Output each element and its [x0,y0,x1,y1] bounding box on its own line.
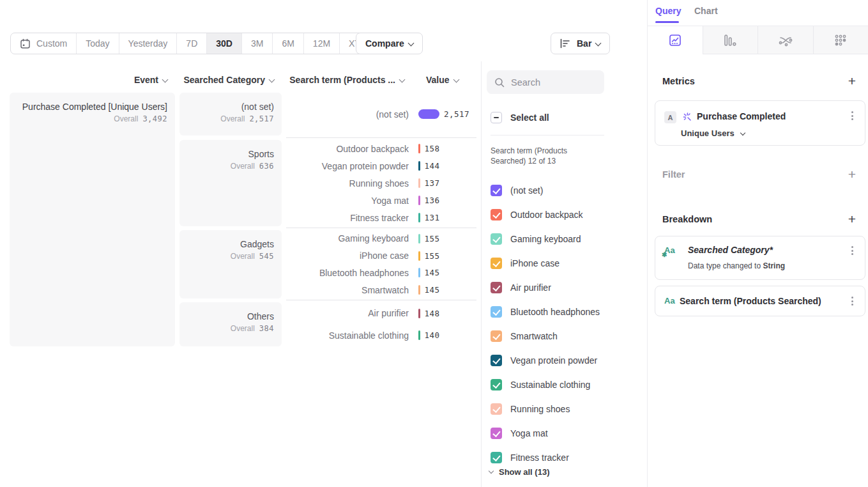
legend-divider [491,135,604,135]
breakdown-card[interactable]: Aa Search term (Products Searched) [655,286,865,316]
date-range-group: CustomTodayYesterday7D30D3M6M12MXTD [10,33,385,54]
value-text: 144 [425,161,440,171]
range-7d[interactable]: 7D [176,33,206,54]
range-30d[interactable]: 30D [206,33,241,54]
range-today[interactable]: Today [76,33,118,54]
range-6m[interactable]: 6M [272,33,303,54]
tab-retention[interactable] [813,26,868,54]
metric-menu-button[interactable] [848,111,857,120]
legend-item[interactable]: Running shoes [491,397,618,421]
show-all-button[interactable]: Show all (13) [489,467,549,477]
add-filter-button[interactable]: + [846,168,858,181]
legend-item[interactable]: Yoga mat [491,421,618,445]
query-panel-divider [647,0,648,487]
value-text: 2,517 [444,109,469,119]
series-checkbox[interactable] [491,233,502,245]
search-term-label: Outdoor backpack [286,144,409,154]
category-card[interactable]: Gadgets Overall545 [179,230,282,298]
column-header-search-term[interactable]: Search term (Products ... [275,75,404,85]
value-text: 155 [425,234,440,244]
legend-item[interactable]: iPhone case [491,251,618,275]
chart-type-button[interactable]: Bar [551,33,610,54]
tab-query[interactable]: Query [655,6,681,16]
aggregation-selector[interactable]: Unique Users [681,128,745,138]
table-row[interactable]: Fitness tracker 131 [286,209,476,226]
column-header-searched-category[interactable]: Searched Category [179,75,274,85]
range-custom[interactable]: Custom [11,33,76,54]
legend-item[interactable]: Smartwatch [491,324,618,348]
series-checkbox[interactable] [491,428,502,439]
chevron-down-icon [407,40,414,46]
category-card[interactable]: Others Overall384 [179,302,282,346]
series-label: iPhone case [510,258,560,268]
table-row[interactable]: Gaming keyboard 155 [286,230,476,247]
category-card[interactable]: (not set) Overall2,517 [179,93,282,135]
event-card[interactable]: Purchase Completed [Unique Users] Overal… [10,93,175,346]
legend-item[interactable]: Fitness tracker [491,445,618,470]
legend-search-box[interactable] [487,70,604,94]
add-metric-button[interactable]: + [846,75,858,88]
breakdown-menu-button[interactable] [848,297,857,305]
select-all-checkbox[interactable] [491,112,502,123]
search-term-label: iPhone case [286,251,409,261]
table-row[interactable]: Air purifier 148 [286,302,476,325]
table-row[interactable]: Sustainable clothing 140 [286,325,476,347]
table-row[interactable]: Bluetooth headphones 145 [286,265,476,282]
tab-insights[interactable] [648,26,703,54]
breakdown-card[interactable]: Aa✱ Searched Category* Data type changed… [655,236,865,280]
series-checkbox[interactable] [491,185,502,196]
range-3m[interactable]: 3M [241,33,272,54]
legend-item[interactable]: Outdoor backpack [491,203,618,227]
legend-item[interactable]: Sustainable clothing [491,373,618,397]
series-checkbox[interactable] [491,452,502,463]
table-row[interactable]: (not set) 2,517 [286,93,476,135]
range-12m[interactable]: 12M [303,33,339,54]
series-checkbox[interactable] [491,355,502,366]
range-yesterday[interactable]: Yesterday [119,33,177,54]
legend-item[interactable]: Gaming keyboard [491,227,618,251]
value-bar [418,196,420,205]
chevron-down-icon [489,468,494,474]
tab-chart[interactable]: Chart [694,6,718,16]
sort-chevron-icon [269,77,275,83]
series-checkbox[interactable] [491,330,502,342]
legend-item[interactable]: Vegan protein powder [491,348,618,373]
metric-card[interactable]: A Purchase Completed Unique Users [655,100,865,146]
value-bar [418,213,420,222]
legend-item[interactable]: Bluetooth headphones [491,300,618,324]
search-icon [494,77,505,88]
series-checkbox[interactable] [491,209,502,220]
category-card[interactable]: Sports Overall636 [179,140,282,226]
series-label: Outdoor backpack [510,210,583,220]
compare-button[interactable]: Compare [356,33,423,54]
series-checkbox[interactable] [491,258,502,269]
series-label: Running shoes [510,404,570,414]
select-all-row[interactable]: Select all [491,112,549,123]
add-breakdown-button[interactable]: + [846,213,858,226]
event-name: Purchase Completed [Unique Users] [17,102,167,112]
table-row[interactable]: Smartwatch 145 [286,281,476,298]
table-row[interactable]: Yoga mat 136 [286,192,476,209]
chevron-down-icon [740,130,745,135]
value-text: 136 [425,196,440,205]
filter-heading: Filter [662,169,685,180]
search-input[interactable] [511,77,594,88]
breakdown-property-name: Search term (Products Searched) [680,296,821,306]
category-overall: Overall636 [187,162,274,171]
table-row[interactable]: Vegan protein powder 144 [286,157,476,174]
tab-funnels[interactable] [703,26,758,54]
breakdown-menu-button[interactable] [848,246,857,255]
series-checkbox[interactable] [491,379,502,390]
tab-flows[interactable] [758,26,813,54]
table-row[interactable]: Running shoes 137 [286,174,476,192]
legend-item[interactable]: (not set) [491,178,618,203]
column-header-event[interactable]: Event [10,75,167,85]
column-header-value[interactable]: Value [426,75,459,85]
table-row[interactable]: iPhone case 155 [286,247,476,265]
table-row[interactable]: Outdoor backpack 158 [286,140,476,157]
series-checkbox[interactable] [491,282,502,293]
series-checkbox[interactable] [491,403,502,415]
series-label: Vegan protein powder [510,355,597,366]
legend-item[interactable]: Air purifier [491,275,618,300]
series-checkbox[interactable] [491,306,502,318]
